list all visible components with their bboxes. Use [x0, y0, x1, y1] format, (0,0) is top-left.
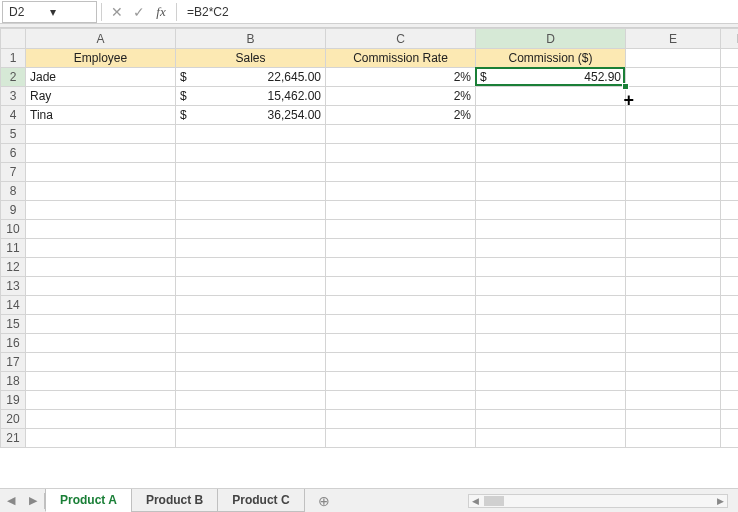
scrollbar-thumb[interactable]: [484, 496, 504, 506]
cell-B4[interactable]: $36,254.00: [176, 106, 326, 125]
cell[interactable]: [626, 315, 721, 334]
cancel-icon[interactable]: ✕: [106, 4, 128, 20]
row-header[interactable]: 20: [1, 410, 26, 429]
cell[interactable]: [326, 258, 476, 277]
cell-A3[interactable]: Ray: [26, 87, 176, 106]
cell[interactable]: [476, 296, 626, 315]
cell[interactable]: [626, 68, 721, 87]
row-header[interactable]: 13: [1, 277, 26, 296]
row-header[interactable]: 17: [1, 353, 26, 372]
cell[interactable]: [26, 315, 176, 334]
cell[interactable]: [476, 163, 626, 182]
cell[interactable]: [26, 277, 176, 296]
cell[interactable]: [721, 258, 739, 277]
cell[interactable]: [326, 353, 476, 372]
col-header-C[interactable]: C: [326, 29, 476, 49]
cell[interactable]: [176, 163, 326, 182]
row-header[interactable]: 1: [1, 49, 26, 68]
cell[interactable]: [476, 315, 626, 334]
cell[interactable]: [721, 163, 739, 182]
row-header[interactable]: 19: [1, 391, 26, 410]
cell[interactable]: [326, 277, 476, 296]
row-header[interactable]: 12: [1, 258, 26, 277]
cell[interactable]: [721, 353, 739, 372]
cell[interactable]: [626, 372, 721, 391]
cell[interactable]: [721, 182, 739, 201]
cell[interactable]: [26, 410, 176, 429]
cell[interactable]: [721, 106, 739, 125]
cell-B3[interactable]: $15,462.00: [176, 87, 326, 106]
cell[interactable]: [626, 391, 721, 410]
cell[interactable]: [26, 144, 176, 163]
cell[interactable]: [476, 429, 626, 448]
cell[interactable]: [476, 258, 626, 277]
cell[interactable]: [721, 49, 739, 68]
cell[interactable]: [326, 429, 476, 448]
cell[interactable]: [26, 220, 176, 239]
cell[interactable]: [26, 201, 176, 220]
sheet-tab-product-a[interactable]: Product A: [45, 489, 132, 512]
fill-handle[interactable]: [622, 83, 629, 90]
sheet-tab-product-b[interactable]: Product B: [131, 489, 218, 512]
cell[interactable]: [476, 277, 626, 296]
cell[interactable]: [721, 429, 739, 448]
row-header[interactable]: 3: [1, 87, 26, 106]
cell[interactable]: [476, 144, 626, 163]
cell[interactable]: [476, 391, 626, 410]
cell[interactable]: [626, 258, 721, 277]
horizontal-scrollbar[interactable]: ◀ ▶: [468, 494, 728, 508]
cell[interactable]: [26, 258, 176, 277]
cell-C3[interactable]: 2%: [326, 87, 476, 106]
cell[interactable]: [176, 125, 326, 144]
cell[interactable]: [26, 182, 176, 201]
cell[interactable]: [26, 163, 176, 182]
cell[interactable]: [326, 239, 476, 258]
row-header[interactable]: 7: [1, 163, 26, 182]
cell[interactable]: [326, 296, 476, 315]
row-header[interactable]: 4: [1, 106, 26, 125]
cell[interactable]: [326, 144, 476, 163]
cell[interactable]: [326, 125, 476, 144]
add-sheet-icon[interactable]: ⊕: [312, 493, 336, 509]
cell[interactable]: [626, 334, 721, 353]
cell[interactable]: [626, 201, 721, 220]
cell[interactable]: [626, 296, 721, 315]
cell-A2[interactable]: Jade: [26, 68, 176, 87]
cell[interactable]: [721, 87, 739, 106]
row-header[interactable]: 18: [1, 372, 26, 391]
cell[interactable]: [476, 201, 626, 220]
cell-C2[interactable]: 2%: [326, 68, 476, 87]
cell[interactable]: [176, 353, 326, 372]
cell[interactable]: [721, 68, 739, 87]
cell[interactable]: [476, 334, 626, 353]
row-header[interactable]: 6: [1, 144, 26, 163]
cell[interactable]: [176, 220, 326, 239]
cell[interactable]: [721, 410, 739, 429]
row-header[interactable]: 10: [1, 220, 26, 239]
cell[interactable]: [26, 391, 176, 410]
cell[interactable]: [26, 125, 176, 144]
col-header-B[interactable]: B: [176, 29, 326, 49]
cell[interactable]: [721, 125, 739, 144]
cell[interactable]: [626, 182, 721, 201]
cell[interactable]: [26, 429, 176, 448]
select-all-corner[interactable]: [1, 29, 26, 49]
cell[interactable]: [176, 315, 326, 334]
cell[interactable]: [476, 125, 626, 144]
cell[interactable]: [176, 410, 326, 429]
cell[interactable]: [626, 144, 721, 163]
cell[interactable]: [476, 353, 626, 372]
cell[interactable]: [176, 277, 326, 296]
cell[interactable]: [326, 372, 476, 391]
cell[interactable]: [26, 239, 176, 258]
cell[interactable]: [476, 239, 626, 258]
cell[interactable]: [626, 220, 721, 239]
cell[interactable]: [626, 410, 721, 429]
cell[interactable]: [326, 410, 476, 429]
cell[interactable]: [176, 429, 326, 448]
confirm-icon[interactable]: ✓: [128, 4, 150, 20]
cell[interactable]: [721, 372, 739, 391]
cell[interactable]: [626, 277, 721, 296]
cell[interactable]: [176, 372, 326, 391]
col-header-A[interactable]: A: [26, 29, 176, 49]
